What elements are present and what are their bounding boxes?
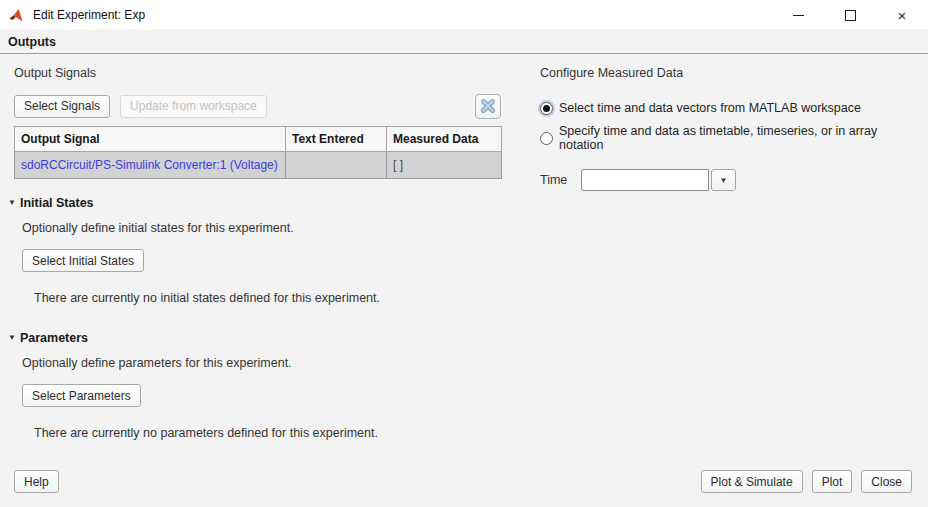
parameters-description: Optionally define parameters for this ex… xyxy=(22,356,508,370)
table-row[interactable]: sdoRCCircuit/PS-Simulink Converter:1 (Vo… xyxy=(15,152,502,179)
initial-states-header[interactable]: ▼ Initial States xyxy=(8,196,508,210)
clear-x-icon xyxy=(479,97,497,115)
column-header-measured-data[interactable]: Measured Data xyxy=(387,127,502,152)
maximize-icon xyxy=(845,10,856,21)
output-signals-toolbar: Select Signals Update from workspace xyxy=(14,93,501,119)
collapse-triangle-icon: ▼ xyxy=(8,198,16,207)
column-header-text-entered[interactable]: Text Entered xyxy=(286,127,387,152)
parameters-title: Parameters xyxy=(20,331,88,345)
initial-states-empty-note: There are currently no initial states de… xyxy=(34,291,508,305)
measured-data-cell[interactable]: [ ] xyxy=(387,152,502,179)
minimize-button[interactable] xyxy=(772,0,824,30)
close-window-button[interactable]: × xyxy=(876,0,928,30)
maximize-button[interactable] xyxy=(824,0,876,30)
parameters-section: ▼ Parameters Optionally define parameter… xyxy=(8,331,508,440)
select-initial-states-button[interactable]: Select Initial States xyxy=(22,249,144,272)
radio-specify-timetable[interactable]: Specify time and data as timetable, time… xyxy=(540,124,920,152)
matlab-logo-icon xyxy=(9,8,25,23)
close-icon: × xyxy=(898,8,907,23)
outputs-section-header: Outputs xyxy=(0,31,928,54)
plot-simulate-button[interactable]: Plot & Simulate xyxy=(701,470,803,493)
update-from-workspace-button[interactable]: Update from workspace xyxy=(120,95,267,118)
initial-states-title: Initial States xyxy=(20,196,94,210)
initial-states-section: ▼ Initial States Optionally define initi… xyxy=(8,196,508,305)
minimize-icon xyxy=(793,15,804,16)
radio-label: Select time and data vectors from MATLAB… xyxy=(559,101,861,115)
chevron-down-icon: ▼ xyxy=(720,176,728,185)
time-label: Time xyxy=(540,173,570,187)
collapse-triangle-icon: ▼ xyxy=(8,333,16,342)
column-header-output-signal[interactable]: Output Signal xyxy=(15,127,286,152)
time-field-row: Time ▼ xyxy=(540,169,920,191)
window-title: Edit Experiment: Exp xyxy=(33,8,145,22)
configure-measured-data-panel: Configure Measured Data Select time and … xyxy=(540,64,920,191)
radio-button-icon xyxy=(540,102,553,115)
outputs-title: Outputs xyxy=(8,35,56,49)
output-signals-label: Output Signals xyxy=(14,66,501,80)
output-signals-panel: Output Signals Select Signals Update fro… xyxy=(14,64,501,179)
plot-button[interactable]: Plot xyxy=(812,470,853,493)
radio-label: Specify time and data as timetable, time… xyxy=(559,124,920,152)
text-entered-cell[interactable] xyxy=(286,152,387,179)
configure-measured-data-label: Configure Measured Data xyxy=(540,66,920,80)
select-signals-button[interactable]: Select Signals xyxy=(14,95,110,118)
measured-data-radio-group: Select time and data vectors from MATLAB… xyxy=(540,101,920,152)
time-dropdown-button[interactable]: ▼ xyxy=(711,169,736,191)
table-header-row: Output Signal Text Entered Measured Data xyxy=(15,127,502,152)
parameters-header[interactable]: ▼ Parameters xyxy=(8,331,508,345)
radio-select-workspace-vectors[interactable]: Select time and data vectors from MATLAB… xyxy=(540,101,920,115)
clear-signals-button[interactable] xyxy=(475,94,501,119)
time-input[interactable] xyxy=(581,169,709,191)
window-controls: × xyxy=(772,0,928,30)
help-button[interactable]: Help xyxy=(14,470,59,493)
close-dialog-button[interactable]: Close xyxy=(861,470,912,493)
titlebar: Edit Experiment: Exp × xyxy=(0,0,928,31)
parameters-empty-note: There are currently no parameters define… xyxy=(34,426,508,440)
footer-actions: Plot & Simulate Plot Close xyxy=(701,470,912,493)
output-signals-table: Output Signal Text Entered Measured Data… xyxy=(14,126,502,179)
edit-experiment-dialog: Edit Experiment: Exp × Outputs Output Si… xyxy=(0,0,928,507)
signal-name-cell[interactable]: sdoRCCircuit/PS-Simulink Converter:1 (Vo… xyxy=(15,152,286,179)
select-parameters-button[interactable]: Select Parameters xyxy=(22,384,141,407)
initial-states-description: Optionally define initial states for thi… xyxy=(22,221,508,235)
radio-button-icon xyxy=(540,132,553,145)
